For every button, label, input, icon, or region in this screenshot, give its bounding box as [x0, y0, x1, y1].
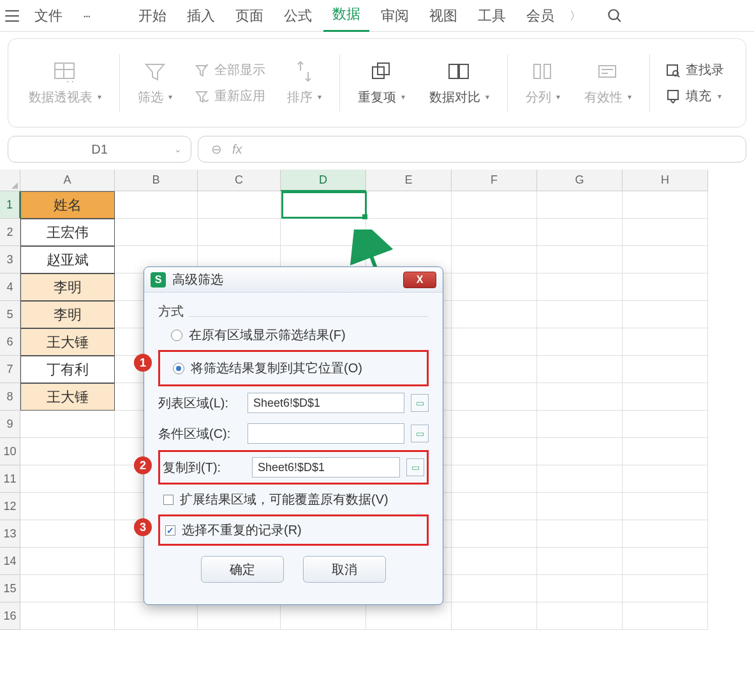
cell-G14[interactable]: [537, 548, 623, 575]
row-header-11[interactable]: 11: [0, 465, 20, 493]
cell-E2[interactable]: [366, 219, 452, 246]
cell-G7[interactable]: [537, 356, 623, 383]
col-header-F[interactable]: F: [452, 170, 537, 191]
cell-H3[interactable]: [623, 246, 708, 273]
cell-B2[interactable]: [115, 219, 198, 246]
formula-input[interactable]: ⊖ fx: [198, 136, 746, 163]
tab-formula[interactable]: 公式: [275, 1, 321, 31]
col-header-D[interactable]: D: [281, 170, 366, 191]
row-header-10[interactable]: 10: [0, 438, 20, 465]
cell-H9[interactable]: [623, 411, 708, 438]
cell-F14[interactable]: [452, 548, 537, 575]
ribbon-filter[interactable]: 筛选▾: [129, 61, 181, 106]
cell-H13[interactable]: [623, 520, 708, 548]
cell-C2[interactable]: [198, 219, 281, 246]
col-header-A[interactable]: A: [20, 170, 115, 191]
row-header-3[interactable]: 3: [0, 246, 20, 273]
cell-E16[interactable]: [366, 602, 452, 630]
cell-H4[interactable]: [623, 273, 708, 301]
select-all-corner[interactable]: [0, 170, 20, 191]
range-picker-icon[interactable]: ▭: [411, 425, 429, 442]
ribbon-sort[interactable]: 排序▾: [278, 61, 330, 106]
row-header-8[interactable]: 8: [0, 383, 20, 411]
cell-H1[interactable]: [623, 191, 708, 219]
tab-page[interactable]: 页面: [226, 1, 272, 31]
cell-H5[interactable]: [623, 301, 708, 328]
cell-G16[interactable]: [537, 602, 623, 630]
ribbon-compare[interactable]: 数据对比▾: [420, 61, 498, 106]
cell-H15[interactable]: [623, 575, 708, 602]
ribbon-findrecord[interactable]: 查找录: [665, 61, 724, 78]
list-range-input[interactable]: Sheet6!$D$1: [248, 393, 404, 413]
cell-F9[interactable]: [452, 411, 537, 438]
cell-G11[interactable]: [537, 465, 623, 493]
col-header-C[interactable]: C: [198, 170, 281, 191]
ribbon-showall[interactable]: 全部显示: [194, 61, 265, 78]
cell-F3[interactable]: [452, 246, 537, 273]
cell-D16[interactable]: [281, 602, 366, 630]
cell-A7[interactable]: 丁有利: [20, 356, 115, 383]
radio-copy-elsewhere[interactable]: 将筛选结果复制到其它位置(O): [163, 354, 424, 382]
dialog-titlebar[interactable]: S 高级筛选 X: [144, 267, 443, 293]
ribbon-split[interactable]: 分列▾: [517, 61, 569, 106]
row-header-6[interactable]: 6: [0, 328, 20, 356]
ribbon-duplicates[interactable]: 重复项▾: [349, 61, 414, 106]
cell-G15[interactable]: [537, 575, 623, 602]
row-header-14[interactable]: 14: [0, 548, 20, 575]
cell-G1[interactable]: [537, 191, 623, 219]
row-header-5[interactable]: 5: [0, 301, 20, 328]
criteria-input[interactable]: [248, 423, 404, 444]
radio-filter-inplace[interactable]: 在原有区域显示筛选结果(F): [158, 321, 429, 349]
cell-A4[interactable]: 李明: [20, 273, 115, 301]
copyto-input[interactable]: Sheet6!$D$1: [252, 457, 400, 478]
cell-A11[interactable]: [20, 465, 115, 493]
range-picker-icon[interactable]: ▭: [406, 458, 424, 476]
cell-F15[interactable]: [452, 575, 537, 602]
cell-A6[interactable]: 王大锤: [20, 328, 115, 356]
tab-view[interactable]: 视图: [420, 1, 466, 31]
cell-A1[interactable]: 姓名: [20, 191, 115, 219]
cell-G4[interactable]: [537, 273, 623, 301]
tab-start[interactable]: 开始: [129, 1, 175, 31]
cell-F13[interactable]: [452, 520, 537, 548]
menu-more[interactable]: ···: [74, 3, 99, 28]
checkbox-extend[interactable]: 扩展结果区域，可能覆盖原有数据(V): [158, 486, 429, 513]
cell-A8[interactable]: 王大锤: [20, 383, 115, 411]
cell-A5[interactable]: 李明: [20, 301, 115, 328]
cell-G8[interactable]: [537, 383, 623, 411]
ribbon-validity[interactable]: 有效性▾: [575, 61, 640, 106]
cell-H2[interactable]: [623, 219, 708, 246]
row-header-7[interactable]: 7: [0, 356, 20, 383]
cell-F10[interactable]: [452, 438, 537, 465]
tab-review[interactable]: 审阅: [372, 1, 418, 31]
cell-A13[interactable]: [20, 520, 115, 548]
cell-A3[interactable]: 赵亚斌: [20, 246, 115, 273]
row-header-2[interactable]: 2: [0, 219, 20, 246]
tabs-scroll-right-icon[interactable]: 〉: [566, 8, 585, 24]
hamburger-icon[interactable]: [5, 10, 19, 22]
tab-tools[interactable]: 工具: [469, 1, 515, 31]
ok-button[interactable]: 确定: [201, 556, 284, 583]
row-header-9[interactable]: 9: [0, 411, 20, 438]
cell-H11[interactable]: [623, 465, 708, 493]
cell-G6[interactable]: [537, 328, 623, 356]
col-header-G[interactable]: G: [537, 170, 623, 191]
tab-member[interactable]: 会员: [517, 1, 563, 31]
cell-H10[interactable]: [623, 438, 708, 465]
row-header-15[interactable]: 15: [0, 575, 20, 602]
cell-G9[interactable]: [537, 411, 623, 438]
cell-F16[interactable]: [452, 602, 537, 630]
cell-A2[interactable]: 王宏伟: [20, 219, 115, 246]
cell-A15[interactable]: [20, 575, 115, 602]
cell-G12[interactable]: [537, 493, 623, 520]
cell-G5[interactable]: [537, 301, 623, 328]
ribbon-pivot[interactable]: 数据透视表▾: [20, 61, 110, 106]
cell-D2[interactable]: [281, 219, 366, 246]
range-picker-icon[interactable]: ▭: [411, 394, 429, 412]
menu-file[interactable]: 文件: [26, 1, 71, 31]
cell-H12[interactable]: [623, 493, 708, 520]
ribbon-reapply[interactable]: 重新应用: [194, 87, 265, 105]
search-button[interactable]: [607, 8, 623, 24]
cell-B16[interactable]: [115, 602, 198, 630]
cell-A14[interactable]: [20, 548, 115, 575]
